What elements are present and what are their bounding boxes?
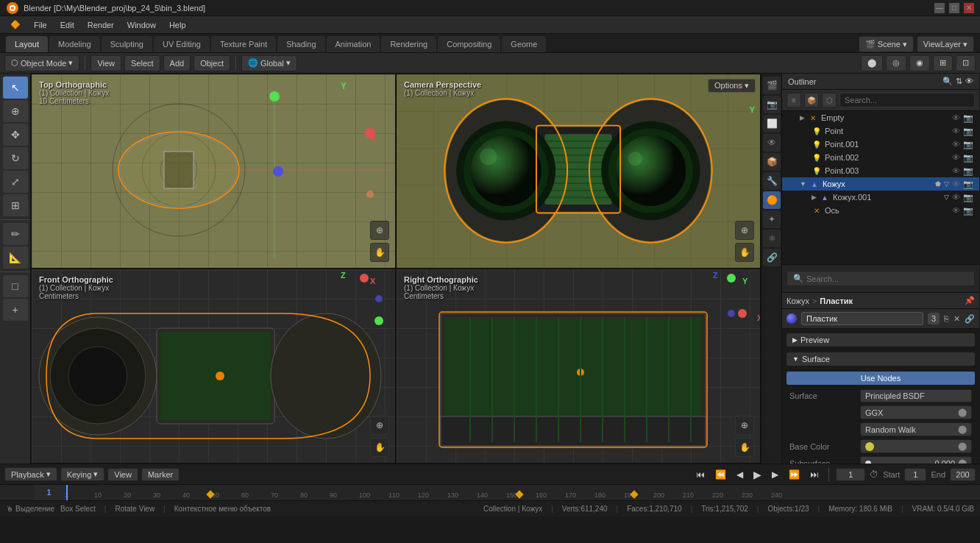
subsurface-value[interactable]: 0.000 ⬤ — [860, 456, 972, 464]
render-icon[interactable]: 📷 — [963, 127, 973, 136]
xray-toggle[interactable]: ⊡ — [956, 55, 976, 71]
outliner-search-input[interactable] — [839, 93, 975, 107]
transform-tool[interactable]: ⊞ — [3, 194, 28, 216]
surface-header[interactable]: ▼ Surface — [787, 352, 975, 366]
render-icon[interactable]: 📷 — [963, 180, 973, 189]
marker-menu[interactable]: Marker — [141, 468, 180, 481]
nav-zoom-cam[interactable]: ⊕ — [735, 221, 754, 240]
transform-selector[interactable]: 🌐 Global ▾ — [241, 55, 297, 71]
filter-obj-icon[interactable]: 📦 — [804, 93, 819, 107]
prop-tab-output[interactable]: ⬜ — [763, 115, 781, 132]
scene-selector[interactable]: 🎬 Scene ▾ — [859, 36, 914, 52]
viewport-front[interactable]: X Z Front Orthographic (1) Collection | … — [31, 269, 396, 464]
playback-menu[interactable]: Playback ▾ — [4, 467, 57, 481]
mat-delete-icon[interactable]: ✕ — [954, 314, 960, 324]
next-frame-button[interactable]: ▶ — [769, 468, 781, 481]
tab-texture-paint[interactable]: Texture Paint — [211, 36, 276, 52]
filter-mesh-icon[interactable]: ⬡ — [822, 93, 837, 107]
visibility-icon[interactable]: 👁 — [952, 127, 960, 135]
nav-hand-cam[interactable]: ✋ — [735, 243, 754, 262]
prop-tab-object[interactable]: 📦 — [763, 153, 781, 171]
prop-tab-particles[interactable]: ✦ — [763, 210, 781, 228]
nav-zoom-right[interactable]: ⊕ — [735, 416, 754, 435]
prop-tab-physics[interactable]: ⚛ — [763, 230, 781, 247]
prev-keyframe-button[interactable]: ⏪ — [712, 468, 729, 481]
outliner-sort-icon[interactable]: ⇅ — [956, 77, 962, 86]
prop-tab-render[interactable]: 📷 — [763, 96, 781, 113]
tab-compositing[interactable]: Compositing — [438, 36, 500, 52]
play-button[interactable]: ▶ — [750, 467, 764, 482]
minimize-button[interactable]: — — [934, 3, 945, 13]
tab-sculpting[interactable]: Sculpting — [102, 36, 152, 52]
menu-edit[interactable]: Edit — [54, 19, 80, 31]
prop-tab-view[interactable]: 👁 — [763, 134, 781, 152]
nav-hand-front[interactable]: ✋ — [370, 438, 389, 457]
viewport-camera[interactable]: X Y Z Camera Perspective (1) Collection … — [396, 74, 761, 269]
menu-render[interactable]: Render — [82, 19, 120, 31]
add-menu[interactable]: Add — [163, 55, 191, 71]
select-tool[interactable]: ↖ — [3, 77, 28, 99]
view-menu[interactable]: View — [90, 55, 121, 71]
visibility-icon[interactable]: 👁 — [952, 206, 960, 215]
tab-rendering[interactable]: Rendering — [381, 36, 436, 52]
render-icon[interactable]: 📷 — [963, 113, 973, 123]
material-name[interactable]: Пластик — [801, 312, 923, 325]
tab-layout[interactable]: Layout — [6, 36, 48, 52]
outliner-item-kozux[interactable]: ▼ ▲ Кожух ⬟ ▽ 👁 📷 — [782, 177, 979, 191]
viewport-shading-rendered[interactable]: ◉ — [909, 55, 930, 71]
prop-tab-modifier[interactable]: 🔧 — [763, 172, 781, 190]
object-menu[interactable]: Object — [193, 55, 230, 71]
menu-window[interactable]: Window — [121, 19, 162, 31]
breadcrumb-item-1[interactable]: Кожух — [787, 297, 809, 305]
viewport-right[interactable]: Y X Z Right Orthog — [396, 269, 761, 464]
render-icon[interactable]: 📷 — [963, 206, 973, 216]
outliner-item-point001[interactable]: 💡 Point.001 👁 📷 — [782, 138, 979, 151]
nav-zoom-front[interactable]: ⊕ — [370, 416, 389, 435]
frame-current[interactable]: 1 — [836, 468, 865, 481]
subsurface-method-selector[interactable]: Random Walk ⬤ — [860, 422, 972, 436]
outliner-filter-icon[interactable]: 🔍 — [942, 77, 953, 86]
jump-start-button[interactable]: ⏮ — [693, 468, 708, 481]
select-menu[interactable]: Select — [124, 55, 160, 71]
measure-tool[interactable]: 📐 — [3, 246, 28, 269]
breadcrumb-pin[interactable]: 📌 — [965, 296, 975, 305]
next-keyframe-button[interactable]: ⏩ — [786, 468, 803, 481]
viewlayer-selector[interactable]: ViewLayer ▾ — [917, 36, 974, 52]
render-icon[interactable]: 📷 — [963, 153, 973, 163]
mat-link-icon[interactable]: 🔗 — [965, 314, 975, 324]
jump-end-button[interactable]: ⏭ — [807, 468, 822, 481]
close-button[interactable]: ✕ — [964, 3, 974, 13]
move-tool[interactable]: ✥ — [3, 124, 28, 146]
filter-all-icon[interactable]: ≡ — [787, 93, 801, 107]
tab-animation[interactable]: Animation — [327, 36, 380, 52]
scale-tool[interactable]: ⤢ — [3, 171, 28, 193]
outliner-item-point002[interactable]: 💡 Point.002 👁 📷 — [782, 151, 979, 164]
outliner-item-os[interactable]: ✕ Ось 👁 📷 — [782, 204, 979, 217]
visibility-icon[interactable]: 👁 — [952, 180, 960, 188]
outliner-item-point[interactable]: 💡 Point 👁 📷 — [782, 124, 979, 138]
cursor-tool[interactable]: ⊕ — [3, 100, 28, 122]
preview-header[interactable]: ▶ Preview — [787, 333, 975, 347]
menu-file[interactable]: File — [28, 19, 53, 31]
viewport-top[interactable]: Y X Top Orthographic (1) Collection | Ко… — [31, 74, 396, 269]
maximize-button[interactable]: □ — [949, 3, 959, 13]
outliner-item-kozux001[interactable]: ▶ ▲ Кожух.001 ▽ 👁 📷 — [782, 191, 979, 204]
nav-hand[interactable]: ✋ — [370, 243, 389, 262]
viewport-shading-material[interactable]: ◎ — [886, 55, 906, 71]
menu-help[interactable]: Help — [163, 19, 192, 31]
outliner-visibility-icon[interactable]: 👁 — [965, 77, 973, 86]
annotate-tool[interactable]: ✏ — [3, 223, 28, 245]
add-cube-tool[interactable]: □ — [3, 275, 28, 297]
visibility-icon[interactable]: 👁 — [952, 113, 960, 122]
timeline-ruler[interactable]: 1 1 10 20 30 40 50 60 70 80 90 100 110 1… — [0, 484, 980, 500]
prev-frame-button[interactable]: ◀ — [734, 468, 746, 481]
outliner-item-point003[interactable]: 💡 Point.003 👁 📷 — [782, 164, 979, 177]
surface-type-selector[interactable]: Principled BSDF — [860, 389, 972, 402]
tab-modeling[interactable]: Modeling — [49, 36, 100, 52]
mat-copy-icon[interactable]: ⎘ — [944, 314, 949, 323]
prop-tab-material[interactable]: 🟠 — [763, 191, 781, 209]
menu-blender[interactable]: 🔶 — [4, 18, 26, 31]
prop-tab-scene[interactable]: 🎬 — [763, 77, 781, 94]
end-frame[interactable]: 200 — [950, 468, 976, 481]
render-icon[interactable]: 📷 — [963, 140, 973, 149]
